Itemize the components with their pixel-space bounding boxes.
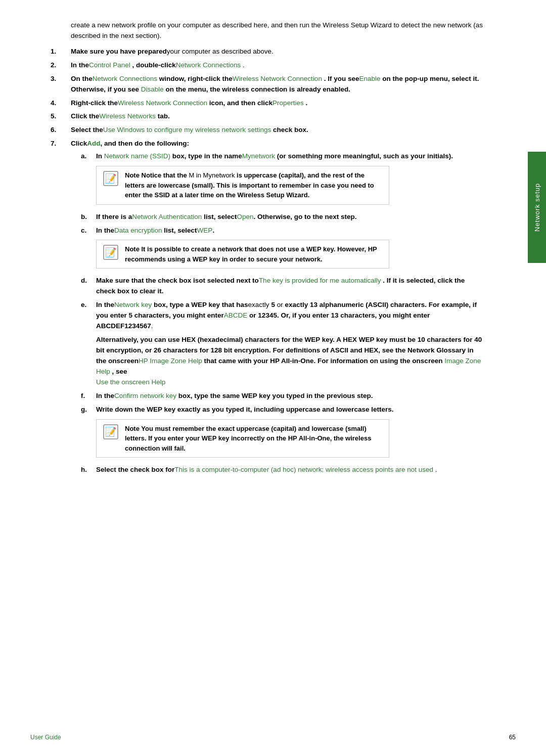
step-5-content: Click theWireless Networks tab. — [71, 111, 485, 122]
step-1-content: Make sure you have preparedyour computer… — [71, 47, 485, 57]
note-icon-7c: 📝 — [102, 244, 120, 260]
step-5: 5. Click theWireless Networks tab. — [51, 111, 485, 122]
sub-content-7b: If there is aNetwork Authentication list… — [96, 212, 356, 223]
step-1-number: 1. — [51, 47, 71, 57]
step-7-content: ClickAdd, and then do the following: a. … — [71, 139, 485, 478]
main-list: 1. Make sure you have preparedyour compu… — [51, 47, 485, 478]
sub-content-7g: Write down the WEP key exactly as you ty… — [96, 405, 393, 462]
note-content-7g: Note You must remember the exact upperca… — [125, 424, 384, 454]
sub-letter-a: a. — [81, 151, 96, 208]
sub-content-7c: In theData encryption list, selectWEP. 📝… — [96, 226, 389, 273]
sub-letter-h: h. — [81, 465, 96, 475]
note-7a: 📝 Note Notice that the M in Mynetwork is… — [96, 166, 453, 205]
sub-letter-e: e. — [81, 300, 96, 387]
svg-text:📝: 📝 — [105, 426, 117, 437]
step-3-number: 3. — [51, 74, 71, 95]
sub-list-7: a. In Network name (SSID) box, type in t… — [81, 151, 485, 475]
step-2: 2. In theControl Panel , double-clickNet… — [51, 60, 485, 71]
sub-letter-c: c. — [81, 226, 96, 273]
footer: User Guide 65 — [0, 734, 546, 741]
sub-letter-b: b. — [81, 212, 96, 223]
svg-text:📝: 📝 — [105, 247, 117, 258]
step-1-text: Make sure you have prepared — [71, 48, 167, 55]
step-7: 7. ClickAdd, and then do the following: … — [51, 139, 485, 478]
sub-content-7h: Select the check box forThis is a comput… — [96, 465, 437, 475]
note-box-7g: 📝 Note You must remember the exact upper… — [96, 419, 389, 458]
note-box-7c: 📝 Note It is possible to create a networ… — [96, 240, 389, 269]
step-4-number: 4. — [51, 98, 71, 109]
sub-content-7a: In Network name (SSID) box, type in the … — [96, 151, 453, 208]
step-2-number: 2. — [51, 60, 71, 71]
sidebar-label: Network setup — [533, 183, 541, 232]
step-2-content: In theControl Panel , double-clickNetwor… — [71, 60, 485, 71]
sub-item-7g: g. Write down the WEP key exactly as you… — [81, 405, 485, 462]
intro-text: create a new network profile on your com… — [71, 20, 485, 41]
sub-letter-d: d. — [81, 276, 96, 297]
step-6: 6. Select theUse Windows to configure my… — [51, 125, 485, 136]
note-content-7a: Note Notice that the M in Mynetwork is u… — [125, 170, 384, 200]
note-7c: 📝 Note It is possible to create a networ… — [96, 240, 389, 269]
sub-content-7f: In theConfirm network key box, type the … — [96, 391, 373, 402]
intro-paragraph: create a new network profile on your com… — [71, 20, 485, 41]
sub-item-7b: b. If there is aNetwork Authentication l… — [81, 212, 485, 223]
note-content-7c: Note It is possible to create a network … — [125, 244, 384, 264]
note-7g: 📝 Note You must remember the exact upper… — [96, 419, 393, 458]
page-content: create a new network profile on your com… — [0, 0, 516, 512]
step-3: 3. On theNetwork Connections window, rig… — [51, 74, 485, 95]
note-icon-7a: 📝 — [102, 170, 120, 187]
step-4: 4. Right-click theWireless Network Conne… — [51, 98, 485, 109]
sub-item-7c: c. In theData encryption list, selectWEP… — [81, 226, 485, 273]
step-6-number: 6. — [51, 125, 71, 136]
step-1: 1. Make sure you have preparedyour compu… — [51, 47, 485, 57]
sub-item-7f: f. In theConfirm network key box, type t… — [81, 391, 485, 402]
step-5-number: 5. — [51, 111, 71, 122]
svg-text:📝: 📝 — [105, 173, 117, 184]
sidebar-tab: Network setup — [528, 152, 546, 263]
note-box-7a: 📝 Note Notice that the M in Mynetwork is… — [96, 166, 389, 205]
sub-item-7a: a. In Network name (SSID) box, type in t… — [81, 151, 485, 208]
step-6-content: Select theUse Windows to configure my wi… — [71, 125, 485, 136]
step-4-content: Right-click theWireless Network Connecti… — [71, 98, 485, 109]
note-icon-7g: 📝 — [102, 424, 120, 440]
sub-content-7e: In theNetwork key box, type a WEP key th… — [96, 300, 485, 387]
sub-content-7d: Make sure that the check box isot select… — [96, 276, 485, 297]
step-3-content: On theNetwork Connections window, right-… — [71, 74, 485, 95]
sub-letter-g: g. — [81, 405, 96, 462]
sub-item-7d: d. Make sure that the check box isot sel… — [81, 276, 485, 297]
footer-right: 65 — [509, 734, 516, 741]
sub-letter-f: f. — [81, 391, 96, 402]
sub-item-7e: e. In theNetwork key box, type a WEP key… — [81, 300, 485, 387]
step-7-number: 7. — [51, 139, 71, 478]
footer-left: User Guide — [30, 734, 61, 741]
sub-item-7h: h. Select the check box forThis is a com… — [81, 465, 485, 475]
